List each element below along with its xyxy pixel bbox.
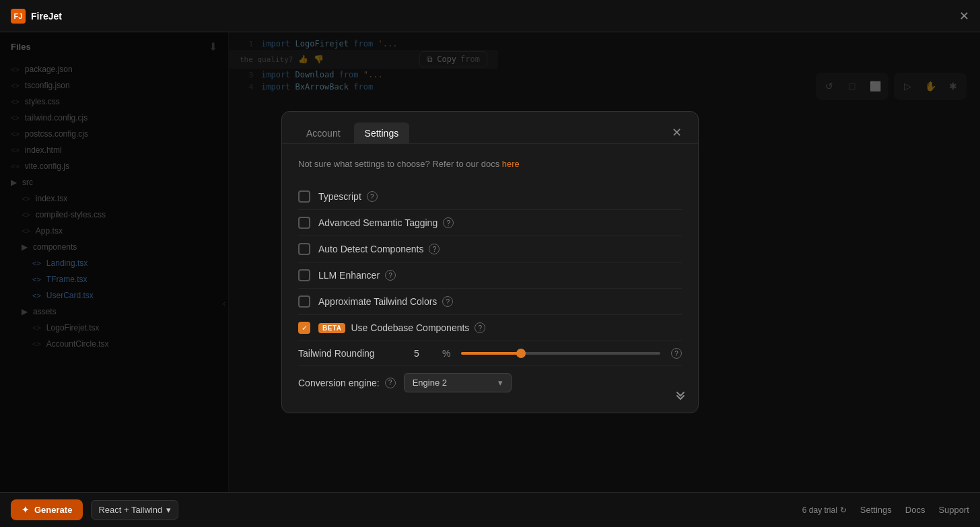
generate-label: Generate — [34, 505, 72, 515]
generate-button[interactable]: ✦ Generate — [11, 499, 83, 520]
docs-link[interactable]: Docs — [905, 505, 925, 515]
conversion-engine-label: Conversion engine: — [298, 378, 380, 388]
slider-thumb[interactable] — [516, 349, 526, 358]
beta-badge: BETA — [318, 323, 345, 333]
auto-detect-label: Auto Detect Components — [318, 244, 423, 254]
codebase-components-checkbox[interactable] — [298, 322, 310, 334]
setting-row-approx-colors: Approximate Tailwind Colors ? — [298, 289, 682, 315]
modal-header: Account Settings ✕ — [282, 112, 698, 144]
trial-badge: 6 day trial ↻ — [802, 505, 847, 515]
typescript-checkbox[interactable] — [298, 190, 310, 203]
setting-row-codebase-components: BETA Use Codebase Components ? — [298, 315, 682, 341]
modal-hint: Not sure what settings to choose? Refer … — [298, 157, 682, 171]
approx-colors-help-icon[interactable]: ? — [442, 296, 453, 307]
setting-row-advanced-semantic: Advanced Semantic Tagging ? — [298, 210, 682, 236]
setting-row-typescript: Typescript ? — [298, 184, 682, 210]
approx-colors-checkbox[interactable] — [298, 295, 310, 308]
modal-overlay: Account Settings ✕ Not sure what setting… — [0, 32, 980, 492]
codebase-components-label: Use Codebase Components — [351, 322, 469, 333]
bottom-right: 6 day trial ↻ Settings Docs Support — [802, 505, 969, 515]
tailwind-rounding-label: Tailwind Rounding — [298, 348, 406, 359]
advanced-semantic-help-icon[interactable]: ? — [443, 217, 454, 228]
modal-close-button[interactable]: ✕ — [669, 122, 685, 143]
chevron-down-icon: ▾ — [498, 378, 503, 388]
advanced-semantic-label: Advanced Semantic Tagging — [318, 217, 438, 228]
conversion-engine-help-icon[interactable]: ? — [385, 378, 396, 388]
conversion-engine-value: Engine 2 — [413, 378, 447, 388]
conversion-engine-row: Conversion engine: ? Engine 2 ▾ — [298, 366, 682, 399]
typescript-help-icon[interactable]: ? — [367, 191, 378, 202]
tailwind-rounding-help-icon[interactable]: ? — [671, 348, 682, 359]
trial-label: 6 day trial — [802, 505, 837, 515]
slider-fill — [461, 352, 521, 355]
setting-row-llm-enhancer: LLM Enhancer ? — [298, 262, 682, 289]
framework-selector[interactable]: React + Tailwind ▾ — [91, 500, 178, 520]
refresh-icon: ↻ — [840, 505, 847, 515]
support-link[interactable]: Support — [938, 505, 969, 515]
conversion-engine-dropdown[interactable]: Engine 2 ▾ — [404, 373, 512, 392]
llm-enhancer-checkbox[interactable] — [298, 269, 310, 281]
llm-enhancer-help-icon[interactable]: ? — [385, 270, 396, 281]
logo-icon: FJ — [11, 9, 26, 24]
tailwind-rounding-row: Tailwind Rounding 5 % ? — [298, 341, 682, 366]
auto-detect-checkbox[interactable] — [298, 243, 310, 255]
app-logo: FJ FireJet — [11, 9, 62, 24]
generate-icon: ✦ — [22, 505, 29, 515]
top-bar: FJ FireJet ✕ — [0, 0, 980, 32]
llm-enhancer-label: LLM Enhancer — [318, 270, 380, 281]
settings-link[interactable]: Settings — [860, 505, 892, 515]
tailwind-rounding-value: 5 — [414, 348, 434, 359]
codebase-components-help-icon[interactable]: ? — [475, 322, 485, 333]
tab-account[interactable]: Account — [295, 122, 351, 144]
tailwind-rounding-unit: % — [442, 348, 450, 359]
tailwind-rounding-track[interactable] — [461, 352, 660, 355]
docs-link[interactable]: here — [502, 159, 520, 169]
framework-chevron-icon: ▾ — [166, 505, 171, 515]
settings-modal: Account Settings ✕ Not sure what setting… — [281, 111, 699, 414]
app-title: FireJet — [31, 11, 62, 22]
tab-settings[interactable]: Settings — [354, 122, 410, 144]
more-button[interactable] — [674, 389, 687, 405]
modal-body: Not sure what settings to choose? Refer … — [282, 144, 698, 413]
auto-detect-help-icon[interactable]: ? — [429, 244, 440, 254]
framework-label: React + Tailwind — [98, 505, 162, 515]
setting-row-auto-detect: Auto Detect Components ? — [298, 236, 682, 262]
typescript-label: Typescript — [318, 191, 361, 202]
approx-colors-label: Approximate Tailwind Colors — [318, 296, 437, 307]
advanced-semantic-checkbox[interactable] — [298, 217, 310, 229]
close-button[interactable]: ✕ — [959, 9, 969, 24]
bottom-bar: ✦ Generate React + Tailwind ▾ 6 day tria… — [0, 492, 980, 527]
